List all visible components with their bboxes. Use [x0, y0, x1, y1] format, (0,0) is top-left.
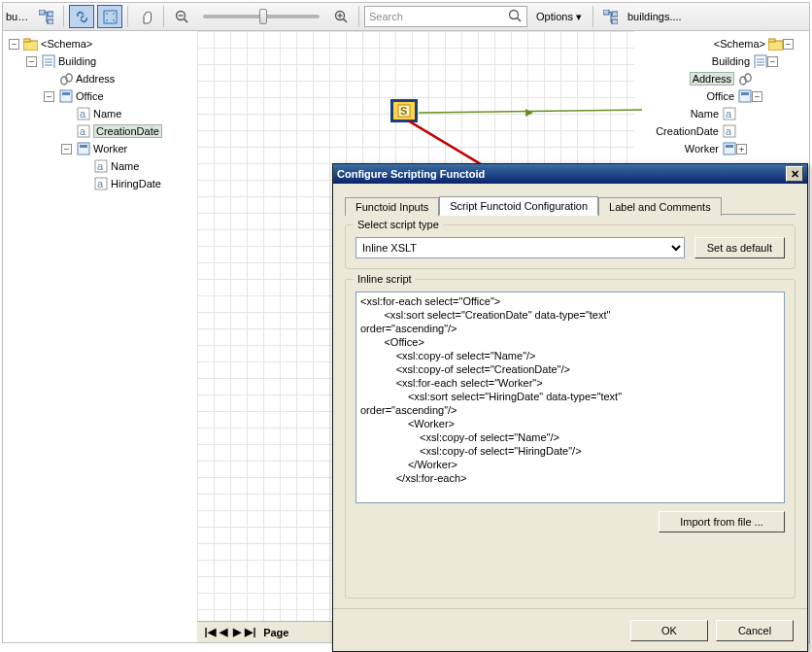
page-next-button[interactable]: ▶ [230, 626, 244, 638]
zoom-out-button[interactable] [169, 5, 194, 28]
search-input[interactable]: Search [364, 6, 527, 27]
fit-to-window-button[interactable] [97, 5, 122, 28]
tree-node-office[interactable]: −Office [44, 87, 197, 105]
collapse-icon[interactable]: − [61, 144, 72, 154]
scripting-functoid[interactable]: S [390, 99, 418, 122]
group-inline-script: Inline script <xsl:for-each select="Offi… [345, 279, 795, 599]
link-icon [737, 72, 752, 86]
ok-button[interactable]: OK [630, 620, 708, 641]
group-legend: Inline script [354, 273, 416, 285]
record-icon [722, 142, 736, 156]
script-type-select[interactable]: Inline XSLT [355, 237, 685, 258]
tree-node-creationdate[interactable]: CreationDate [61, 122, 197, 140]
folder-icon [23, 37, 38, 51]
options-dropdown[interactable]: Options ▾ [530, 6, 588, 27]
collapse-icon[interactable]: − [9, 39, 19, 50]
record-icon [76, 142, 90, 156]
attr-icon [93, 177, 108, 191]
inline-script-textarea[interactable]: <xsl:for-each select="Office"> <xsl:sort… [355, 292, 785, 503]
dialog-footer: OK Cancel [333, 608, 807, 651]
dialog-tabs: Functoid Inputs Script Functoid Configur… [345, 193, 795, 215]
attr-icon [722, 107, 736, 121]
dialog-title: Configure Scripting Functoid [337, 168, 485, 180]
attr-icon [93, 159, 108, 174]
cancel-button[interactable]: Cancel [716, 620, 794, 641]
tab-script-config[interactable]: Script Functoid Configuration [439, 196, 598, 216]
tree-node-worker[interactable]: Worker+ [634, 140, 757, 157]
tree-node-name[interactable]: Name [61, 105, 197, 122]
collapse-icon[interactable]: − [783, 39, 794, 50]
source-schema-tree[interactable]: −<Schema> −Building Address −Office Name… [3, 31, 197, 642]
page-first-button[interactable]: |◀ [203, 626, 217, 638]
tree-node-address[interactable]: Address [44, 70, 197, 87]
group-legend: Select script type [354, 219, 443, 230]
collapse-icon[interactable]: − [26, 56, 37, 67]
import-from-file-button[interactable]: Import from file ... [659, 511, 785, 532]
separator [592, 6, 593, 27]
chevron-down-icon: ▾ [576, 11, 582, 23]
tree-node-schema[interactable]: <Schema>− [634, 35, 803, 52]
show-links-button[interactable] [69, 5, 94, 28]
dialog-titlebar[interactable]: Configure Scripting Functoid ✕ [333, 164, 807, 184]
tree-view-button[interactable] [33, 5, 58, 28]
expand-icon[interactable]: + [736, 144, 747, 154]
search-placeholder: Search [369, 11, 403, 22]
source-schema-chip: buildings.... [5, 5, 30, 28]
collapse-icon[interactable]: − [44, 91, 54, 102]
close-button[interactable]: ✕ [786, 166, 803, 182]
page-last-button[interactable]: ▶| [244, 626, 257, 638]
dest-schema-chip: buildings.... [626, 5, 735, 28]
svg-marker-26 [525, 109, 533, 117]
tree-node-hiringdate[interactable]: HiringDate [79, 175, 197, 192]
tree-node-address[interactable]: Address [634, 70, 772, 87]
link-icon [58, 72, 73, 86]
zoom-thumb[interactable] [259, 9, 267, 24]
tree-node-worker-name[interactable]: Name [79, 157, 197, 175]
tree-node-worker[interactable]: −Worker [61, 140, 197, 157]
page-label: Page [263, 627, 288, 638]
element-icon [41, 54, 55, 69]
tab-functoid-inputs[interactable]: Functoid Inputs [345, 197, 439, 216]
top-toolbar: buildings.... Search Options ▾ buildings… [2, 2, 810, 31]
tab-label-comments[interactable]: Label and Comments [598, 197, 722, 216]
tree-node-creationdate[interactable]: CreationDate [634, 122, 757, 140]
svg-text:S: S [400, 105, 407, 117]
folder-icon [768, 37, 783, 51]
tree-view-right-button[interactable] [598, 5, 624, 28]
tree-node-schema[interactable]: −<Schema> [9, 35, 197, 52]
separator [63, 6, 64, 27]
attr-icon [76, 107, 90, 121]
pan-hand-button[interactable] [133, 5, 158, 28]
separator [127, 6, 128, 27]
attr-icon [76, 124, 90, 139]
tree-node-office[interactable]: Office− [634, 87, 772, 105]
zoom-slider[interactable] [203, 15, 320, 18]
set-default-button[interactable]: Set as default [694, 237, 785, 258]
collapse-icon[interactable]: − [767, 56, 778, 67]
zoom-in-button[interactable] [328, 5, 354, 28]
search-icon [508, 9, 523, 25]
tree-node-name[interactable]: Name [634, 105, 757, 122]
attr-icon [722, 124, 736, 139]
tree-node-building[interactable]: −Building [26, 52, 197, 70]
page-prev-button[interactable]: ◀ [217, 626, 230, 638]
separator [358, 6, 359, 27]
record-icon [737, 89, 752, 104]
group-select-script-type: Select script type Inline XSLT Set as de… [345, 224, 795, 269]
collapse-icon[interactable]: − [752, 91, 762, 102]
tree-node-building[interactable]: Building− [634, 52, 788, 70]
element-icon [753, 54, 767, 69]
separator [163, 6, 164, 27]
configure-functoid-dialog: Configure Scripting Functoid ✕ Functoid … [332, 163, 808, 652]
record-icon [58, 89, 73, 104]
